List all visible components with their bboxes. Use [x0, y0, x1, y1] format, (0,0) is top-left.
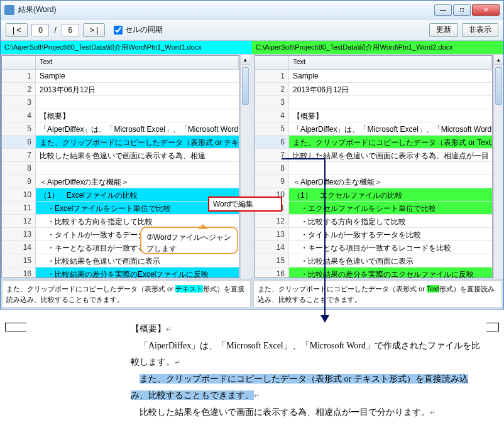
row-text: ・タイトルが一致するデータを比較 [289, 228, 492, 240]
context-menu[interactable]: Wordで編集 [208, 196, 282, 212]
bracket-right [486, 323, 499, 331]
table-row[interactable]: 3 [255, 96, 492, 109]
splitter[interactable] [250, 55, 254, 279]
table-row[interactable]: 11 ・エクセルファイルをシート単位で比較 [255, 202, 492, 215]
right-col-text: Text [289, 56, 492, 69]
current-index[interactable]: 0 [31, 24, 49, 36]
row-number: 3 [2, 96, 36, 109]
table-row[interactable]: 4【概要】 [255, 109, 492, 122]
table-row[interactable]: 16 ・比較結果の差分を実際のエクセルファイルに反映 [255, 267, 492, 277]
table-row[interactable]: 10（1） エクセルファイルの比較 [255, 188, 492, 202]
maximize-button[interactable]: □ [453, 4, 471, 16]
table-row[interactable]: 15 ・比較結果を色違いで画面に表示 [2, 254, 239, 267]
table-row[interactable]: 9＜AiperDiffexの主な機能＞ [255, 175, 492, 188]
right-scrollbar[interactable]: ▴ [493, 55, 503, 279]
row-text: ・比較結果の差分を実際のエクセルファイルに反映 [289, 267, 492, 277]
row-number: 1 [255, 70, 289, 82]
callout-text: ②Wordファイルへジャンプします [146, 233, 231, 253]
row-number: 10 [2, 188, 36, 201]
table-row[interactable]: 9＜AiperDiffexの主な機能＞ [2, 175, 239, 188]
result-window: 結果(Word) — □ ✕ | < 0 / 6 > | セルの同期 更新 非表… [0, 0, 504, 309]
left-diff-highlight: テキスト [175, 285, 203, 293]
right-grid[interactable]: Text 1Sample22013年06月12日34【概要】5「AiperDif… [255, 55, 493, 278]
row-text: 【概要】 [289, 109, 492, 122]
row-number: 5 [255, 122, 289, 135]
row-number: 13 [2, 228, 36, 240]
table-row[interactable]: 6また、クリップボードにコピーしたデータ（表形式 or テキスト形式）… [2, 136, 239, 149]
row-number: 5 [2, 122, 36, 135]
row-number: 4 [2, 109, 36, 122]
window-title: 結果(Word) [18, 4, 434, 15]
sync-check-input[interactable] [114, 26, 123, 35]
row-text: ＜AiperDiffexの主な機能＞ [36, 175, 239, 188]
toolbar: | < 0 / 6 > | セルの同期 更新 非表示 [1, 19, 503, 41]
row-number: 9 [255, 175, 289, 188]
row-number: 3 [255, 96, 289, 109]
doc-line: 【概要】↵ [131, 321, 485, 338]
row-text [289, 96, 492, 109]
row-text: Sample [289, 70, 492, 82]
table-row[interactable]: 8 [255, 162, 492, 175]
row-text: また、クリップボードにコピーしたデータ（表形式 or Text形式）… [289, 136, 492, 148]
menu-item-edit-word[interactable]: Wordで編集 [213, 199, 253, 210]
row-number: 11 [2, 202, 36, 214]
right-diff-highlight: Text [427, 285, 439, 293]
row-text: ・エクセルファイルをシート単位で比較 [289, 202, 492, 214]
row-text: （1） エクセルファイルの比較 [289, 188, 492, 201]
row-text [36, 96, 239, 109]
sync-cells-checkbox[interactable]: セルの同期 [114, 24, 163, 35]
table-row[interactable]: 15 ・比較結果を色違いで画面に表示 [255, 254, 492, 267]
table-row[interactable]: 22013年06月12日 [255, 83, 492, 96]
minimize-button[interactable]: — [434, 4, 452, 16]
table-row[interactable]: 14 ・キーとなる項目が一致するレコードを比較 [255, 241, 492, 254]
close-button[interactable]: ✕ [472, 4, 500, 16]
table-row[interactable]: 1Sample [255, 70, 492, 83]
table-row[interactable]: 3 [2, 96, 239, 109]
doc-line: 「AiperDiffex」は、「Microsoft Excel」、「Micros… [131, 338, 485, 371]
prev-diff-button[interactable]: | < [6, 23, 28, 37]
table-row[interactable]: 7比較した結果を色違いで画面に表示する為、相違 [2, 149, 239, 162]
table-row[interactable]: 12 ・比較する方向を指定して比較 [255, 215, 492, 228]
total-count: 6 [62, 24, 79, 36]
row-text: ＜AiperDiffexの主な機能＞ [289, 175, 492, 188]
table-row[interactable]: 5「AiperDiffex」は、「Microsoft Excel」、「Micro… [2, 122, 239, 136]
row-text: 比較した結果を色違いで画面に表示する為、相違点が一目 [289, 149, 492, 161]
table-row[interactable]: 16 ・比較結果の差分を実際のExcelファイルに反映 [2, 267, 239, 277]
row-number: 2 [2, 83, 36, 95]
table-row[interactable]: 22013年06月12日 [2, 83, 239, 96]
table-row[interactable]: 1Sample [2, 70, 239, 83]
row-text: 「AiperDiffex」は、「Microsoft Excel」、「Micros… [36, 122, 239, 135]
table-row[interactable]: 4【概要】 [2, 109, 239, 122]
doc-line-highlight: また、クリップボードにコピーしたデータ（表形式 or テキスト形式）を直接読み込… [131, 371, 485, 404]
app-icon [4, 5, 14, 15]
row-text [289, 162, 492, 175]
refresh-button[interactable]: 更新 [429, 23, 458, 37]
row-number: 14 [255, 241, 289, 254]
row-text: 「AiperDiffex」は、「Microsoft Excel」、「Micros… [289, 122, 492, 135]
table-row[interactable]: 13 ・タイトルが一致するデータを比較 [255, 228, 492, 241]
row-number: 16 [2, 267, 36, 277]
titlebar[interactable]: 結果(Word) — □ ✕ [1, 1, 503, 19]
jump-arrow [324, 158, 326, 318]
left-scrollbar[interactable]: ▴ [240, 55, 250, 279]
arrow-head-icon [320, 315, 329, 327]
table-row[interactable]: 8 [2, 162, 239, 175]
row-number: 7 [255, 149, 289, 161]
table-row[interactable]: 10（1） Excelファイルの比較 [2, 188, 239, 202]
row-text: 比較した結果を色違いで画面に表示する為、相違 [36, 149, 239, 161]
callout-annotation: ②Wordファイルへジャンプします [140, 227, 238, 254]
bracket-left [5, 323, 26, 331]
table-row[interactable]: 6また、クリップボードにコピーしたデータ（表形式 or Text形式）… [255, 136, 492, 149]
hide-button[interactable]: 非表示 [462, 23, 498, 37]
file-paths: C:\AiperSoft\Project\80_TestData\紹介用Word… [1, 41, 503, 54]
next-diff-button[interactable]: > | [83, 23, 105, 37]
row-text: ・比較結果を色違いで画面に表示 [289, 254, 492, 267]
row-text: Sample [36, 70, 239, 82]
table-row[interactable]: 7比較した結果を色違いで画面に表示する為、相違点が一目 [255, 149, 492, 162]
row-text [36, 162, 239, 175]
row-number: 14 [2, 241, 36, 254]
row-text: ・比較する方向を指定して比較 [36, 215, 239, 227]
row-number: 6 [255, 136, 289, 148]
table-row[interactable]: 11 ・Excelファイルをシート単位で比較 [2, 202, 239, 215]
table-row[interactable]: 5「AiperDiffex」は、「Microsoft Excel」、「Micro… [255, 122, 492, 136]
